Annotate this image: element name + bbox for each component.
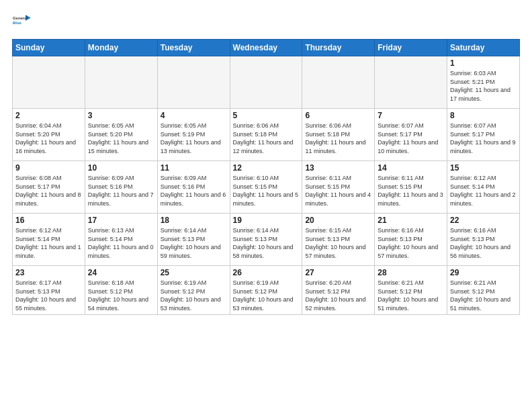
logo-svg: General Blue bbox=[12, 12, 34, 34]
table-row: 21Sunrise: 6:16 AM Sunset: 5:13 PM Dayli… bbox=[375, 214, 447, 266]
table-row: 9Sunrise: 6:08 AM Sunset: 5:17 PM Daylig… bbox=[13, 161, 85, 214]
header-tuesday: Tuesday bbox=[157, 40, 230, 56]
table-row: 24Sunrise: 6:18 AM Sunset: 5:12 PM Dayli… bbox=[85, 266, 157, 315]
day-info: Sunrise: 6:14 AM Sunset: 5:13 PM Dayligh… bbox=[161, 226, 227, 260]
header-saturday: Saturday bbox=[447, 40, 520, 56]
page: General Blue Sunday Monday Tuesday Wedne… bbox=[0, 0, 532, 411]
table-row bbox=[13, 56, 85, 109]
day-number: 23 bbox=[15, 268, 82, 277]
day-number: 27 bbox=[305, 268, 371, 277]
day-info: Sunrise: 6:17 AM Sunset: 5:13 PM Dayligh… bbox=[15, 279, 82, 312]
table-row: 2Sunrise: 6:04 AM Sunset: 5:20 PM Daylig… bbox=[13, 109, 85, 161]
table-row: 23Sunrise: 6:17 AM Sunset: 5:13 PM Dayli… bbox=[13, 266, 85, 315]
logo-mark: General Blue bbox=[12, 12, 34, 34]
day-info: Sunrise: 6:06 AM Sunset: 5:18 PM Dayligh… bbox=[305, 122, 371, 155]
day-info: Sunrise: 6:11 AM Sunset: 5:15 PM Dayligh… bbox=[305, 174, 371, 208]
svg-text:General: General bbox=[13, 16, 28, 20]
day-info: Sunrise: 6:12 AM Sunset: 5:14 PM Dayligh… bbox=[450, 174, 517, 208]
table-row: 28Sunrise: 6:21 AM Sunset: 5:12 PM Dayli… bbox=[375, 266, 447, 315]
day-number: 6 bbox=[305, 111, 371, 120]
day-info: Sunrise: 6:05 AM Sunset: 5:19 PM Dayligh… bbox=[161, 122, 227, 155]
table-row: 8Sunrise: 6:07 AM Sunset: 5:17 PM Daylig… bbox=[447, 109, 520, 161]
day-info: Sunrise: 6:20 AM Sunset: 5:12 PM Dayligh… bbox=[305, 279, 371, 312]
table-row: 1Sunrise: 6:03 AM Sunset: 5:21 PM Daylig… bbox=[447, 56, 520, 109]
day-info: Sunrise: 6:08 AM Sunset: 5:17 PM Dayligh… bbox=[15, 174, 82, 208]
day-number: 7 bbox=[378, 111, 444, 120]
table-row: 5Sunrise: 6:06 AM Sunset: 5:18 PM Daylig… bbox=[230, 109, 302, 161]
day-number: 19 bbox=[233, 216, 300, 225]
day-number: 1 bbox=[450, 58, 517, 68]
table-row: 29Sunrise: 6:21 AM Sunset: 5:12 PM Dayli… bbox=[447, 266, 520, 315]
day-number: 22 bbox=[450, 216, 517, 225]
day-info: Sunrise: 6:21 AM Sunset: 5:12 PM Dayligh… bbox=[450, 279, 517, 312]
table-row: 4Sunrise: 6:05 AM Sunset: 5:19 PM Daylig… bbox=[157, 109, 230, 161]
table-row: 6Sunrise: 6:06 AM Sunset: 5:18 PM Daylig… bbox=[302, 109, 375, 161]
day-info: Sunrise: 6:04 AM Sunset: 5:20 PM Dayligh… bbox=[15, 122, 82, 155]
header-sunday: Sunday bbox=[13, 40, 85, 56]
day-info: Sunrise: 6:12 AM Sunset: 5:14 PM Dayligh… bbox=[15, 226, 82, 260]
day-info: Sunrise: 6:11 AM Sunset: 5:15 PM Dayligh… bbox=[378, 174, 444, 208]
day-info: Sunrise: 6:07 AM Sunset: 5:17 PM Dayligh… bbox=[450, 122, 517, 155]
day-number: 25 bbox=[161, 268, 227, 277]
day-number: 26 bbox=[233, 268, 300, 277]
day-info: Sunrise: 6:05 AM Sunset: 5:20 PM Dayligh… bbox=[88, 122, 154, 155]
day-number: 12 bbox=[233, 163, 300, 173]
day-number: 8 bbox=[450, 111, 517, 120]
day-info: Sunrise: 6:19 AM Sunset: 5:12 PM Dayligh… bbox=[233, 279, 300, 312]
table-row: 7Sunrise: 6:07 AM Sunset: 5:17 PM Daylig… bbox=[375, 109, 447, 161]
weekday-header-row: Sunday Monday Tuesday Wednesday Thursday… bbox=[13, 40, 520, 56]
svg-text:Blue: Blue bbox=[13, 21, 21, 25]
day-number: 18 bbox=[161, 216, 227, 225]
day-number: 29 bbox=[450, 268, 517, 277]
table-row: 27Sunrise: 6:20 AM Sunset: 5:12 PM Dayli… bbox=[302, 266, 375, 315]
table-row: 10Sunrise: 6:09 AM Sunset: 5:16 PM Dayli… bbox=[85, 161, 157, 214]
day-info: Sunrise: 6:07 AM Sunset: 5:17 PM Dayligh… bbox=[378, 122, 444, 155]
day-number: 15 bbox=[450, 163, 517, 173]
header-friday: Friday bbox=[375, 40, 447, 56]
calendar-table: Sunday Monday Tuesday Wednesday Thursday… bbox=[12, 39, 520, 315]
table-row: 20Sunrise: 6:15 AM Sunset: 5:13 PM Dayli… bbox=[302, 214, 375, 266]
header-wednesday: Wednesday bbox=[230, 40, 302, 56]
day-number: 10 bbox=[88, 163, 154, 173]
day-info: Sunrise: 6:09 AM Sunset: 5:16 PM Dayligh… bbox=[161, 174, 227, 208]
day-info: Sunrise: 6:09 AM Sunset: 5:16 PM Dayligh… bbox=[88, 174, 154, 208]
day-number: 21 bbox=[378, 216, 444, 225]
table-row bbox=[302, 56, 375, 109]
day-info: Sunrise: 6:14 AM Sunset: 5:13 PM Dayligh… bbox=[233, 226, 300, 260]
table-row: 26Sunrise: 6:19 AM Sunset: 5:12 PM Dayli… bbox=[230, 266, 302, 315]
day-number: 9 bbox=[15, 163, 82, 173]
day-info: Sunrise: 6:16 AM Sunset: 5:13 PM Dayligh… bbox=[450, 226, 517, 260]
table-row: 25Sunrise: 6:19 AM Sunset: 5:12 PM Dayli… bbox=[157, 266, 230, 315]
day-info: Sunrise: 6:19 AM Sunset: 5:12 PM Dayligh… bbox=[161, 279, 227, 312]
header-thursday: Thursday bbox=[302, 40, 375, 56]
day-number: 16 bbox=[15, 216, 82, 225]
table-row: 22Sunrise: 6:16 AM Sunset: 5:13 PM Dayli… bbox=[447, 214, 520, 266]
day-info: Sunrise: 6:10 AM Sunset: 5:15 PM Dayligh… bbox=[233, 174, 300, 208]
day-number: 5 bbox=[233, 111, 300, 120]
day-info: Sunrise: 6:06 AM Sunset: 5:18 PM Dayligh… bbox=[233, 122, 300, 155]
table-row bbox=[375, 56, 447, 109]
table-row: 11Sunrise: 6:09 AM Sunset: 5:16 PM Dayli… bbox=[157, 161, 230, 214]
table-row: 17Sunrise: 6:13 AM Sunset: 5:14 PM Dayli… bbox=[85, 214, 157, 266]
table-row bbox=[230, 56, 302, 109]
table-row: 15Sunrise: 6:12 AM Sunset: 5:14 PM Dayli… bbox=[447, 161, 520, 214]
logo: General Blue bbox=[12, 12, 34, 34]
table-row: 12Sunrise: 6:10 AM Sunset: 5:15 PM Dayli… bbox=[230, 161, 302, 214]
day-info: Sunrise: 6:03 AM Sunset: 5:21 PM Dayligh… bbox=[450, 69, 517, 103]
table-row: 19Sunrise: 6:14 AM Sunset: 5:13 PM Dayli… bbox=[230, 214, 302, 266]
day-number: 13 bbox=[305, 163, 371, 173]
table-row bbox=[85, 56, 157, 109]
day-info: Sunrise: 6:16 AM Sunset: 5:13 PM Dayligh… bbox=[378, 226, 444, 260]
table-row: 16Sunrise: 6:12 AM Sunset: 5:14 PM Dayli… bbox=[13, 214, 85, 266]
table-row bbox=[157, 56, 230, 109]
day-number: 24 bbox=[88, 268, 154, 277]
day-number: 20 bbox=[305, 216, 371, 225]
day-number: 11 bbox=[161, 163, 227, 173]
day-info: Sunrise: 6:21 AM Sunset: 5:12 PM Dayligh… bbox=[378, 279, 444, 312]
day-info: Sunrise: 6:18 AM Sunset: 5:12 PM Dayligh… bbox=[88, 279, 154, 312]
day-info: Sunrise: 6:13 AM Sunset: 5:14 PM Dayligh… bbox=[88, 226, 154, 260]
day-info: Sunrise: 6:15 AM Sunset: 5:13 PM Dayligh… bbox=[305, 226, 371, 260]
day-number: 17 bbox=[88, 216, 154, 225]
table-row: 13Sunrise: 6:11 AM Sunset: 5:15 PM Dayli… bbox=[302, 161, 375, 214]
table-row: 18Sunrise: 6:14 AM Sunset: 5:13 PM Dayli… bbox=[157, 214, 230, 266]
